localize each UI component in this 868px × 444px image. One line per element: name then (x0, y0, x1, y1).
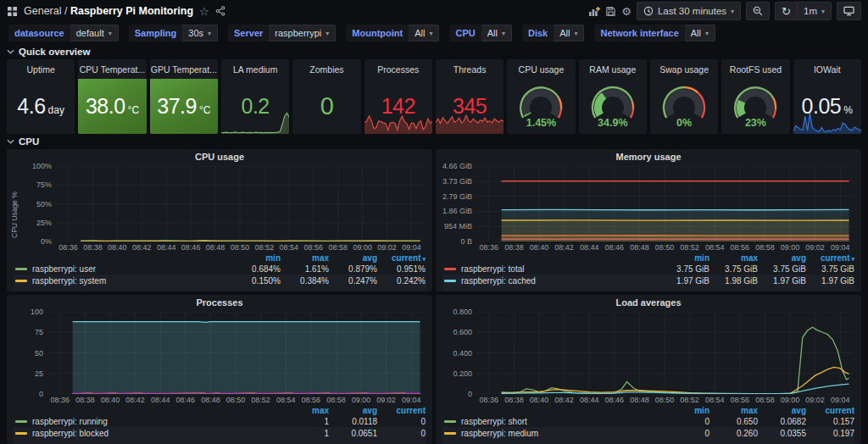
y-tick: 100% (32, 162, 52, 170)
legend-col-max[interactable]: max (709, 406, 758, 415)
legend-series-label[interactable]: raspberrypi: running (32, 417, 281, 426)
legend-col-avg[interactable]: avg (329, 253, 377, 263)
filter-label: Sampling (129, 25, 183, 42)
series-color-dash (444, 268, 456, 270)
legend-stat-value: 0 (377, 417, 426, 426)
plot-area[interactable] (476, 312, 853, 394)
filter-cpu[interactable]: CPU All▾ (449, 25, 511, 42)
star-icon[interactable]: ☆ (199, 6, 209, 17)
series-color-dash (444, 420, 456, 423)
filter-disk[interactable]: Disk All▾ (522, 25, 585, 42)
legend-row: raspberrypi: blocked10.06510 (14, 427, 426, 439)
legend-stat-value: 0.150% (232, 276, 281, 286)
filter-value-dropdown[interactable]: All▾ (685, 25, 715, 42)
filter-value-dropdown[interactable]: default▾ (70, 25, 119, 42)
legend-col-min[interactable]: min (661, 406, 709, 415)
dashboard-title[interactable]: Raspberry Pi Monitoring (70, 5, 193, 17)
legend-col-min[interactable]: min (232, 253, 281, 263)
filter-value-dropdown[interactable]: 30s▾ (182, 25, 218, 42)
x-tick: 08:38 (75, 396, 95, 404)
legend-series-label[interactable]: raspberrypi: blocked (32, 429, 281, 438)
zoom-out-button[interactable] (746, 2, 770, 20)
legend-col-avg[interactable]: avg (758, 253, 806, 263)
kiosk-mode-button[interactable] (837, 2, 861, 20)
stat-value: 0 (320, 92, 334, 120)
x-tick: 08:50 (231, 243, 250, 252)
stat-row: Uptime 4.6day CPU Temperat... 38.0°C GPU… (0, 59, 868, 134)
x-tick: 08:38 (504, 396, 524, 404)
legend-col-avg[interactable]: avg (758, 406, 806, 415)
filter-value-dropdown[interactable]: All▾ (409, 25, 439, 42)
legend-stat-value: 0.197 (806, 429, 854, 438)
legend-stat-value: 1.97 GiB (806, 276, 854, 286)
legend-col-current[interactable]: current (806, 406, 854, 415)
settings-gear-icon[interactable]: ⚙ (621, 6, 632, 17)
legend-stat-value: 0 (661, 429, 709, 438)
filter-sampling[interactable]: Sampling 30s▾ (129, 25, 218, 42)
filter-value-dropdown[interactable]: All▾ (481, 25, 512, 42)
legend-series-label[interactable]: raspberrypi: system (32, 276, 232, 286)
refresh-interval-label: 1m (804, 6, 817, 16)
breadcrumb[interactable]: General / Raspberry Pi Monitoring (24, 5, 193, 17)
x-tick: 08:46 (605, 243, 625, 252)
x-tick: 08:50 (655, 243, 675, 252)
filter-mountpoint[interactable]: Mountpoint All▾ (346, 25, 439, 42)
legend-series-label[interactable]: raspberrypi: user (32, 264, 232, 274)
x-tick: 08:40 (530, 396, 549, 404)
refresh-interval-picker[interactable]: 1m ▾ (797, 2, 832, 20)
filter-network-interface[interactable]: Network interface All▾ (594, 25, 715, 42)
y-tick: 0.800 (453, 308, 472, 316)
x-tick: 09:04 (402, 243, 421, 252)
legend-stat-value: 0.242% (377, 276, 426, 286)
legend-col-current[interactable]: current▾ (806, 253, 854, 263)
save-dashboard-icon[interactable] (605, 6, 616, 17)
legend-row-clipped (14, 286, 426, 291)
x-tick: 09:04 (831, 396, 850, 404)
legend-stat-value: 0.0355 (758, 429, 806, 438)
refresh-button[interactable]: ↻ (775, 2, 797, 20)
legend-col-current[interactable]: current▾ (377, 253, 426, 263)
legend-col-min[interactable]: min (661, 253, 709, 263)
x-axis: 08:3608:3808:4008:4208:4408:4608:4808:50… (56, 241, 424, 253)
legend: maxavgcurrentraspberrypi: running10.0118… (7, 405, 432, 444)
section-cpu[interactable]: CPU (0, 134, 868, 149)
legend-stat-value: 0 (377, 429, 426, 438)
legend-series-label[interactable]: raspberrypi: cached (461, 276, 661, 286)
stat-value: 4.6day (17, 94, 64, 119)
plot-area[interactable] (56, 166, 424, 241)
legend-col-max[interactable]: max (709, 253, 758, 263)
legend-stat-value: 0.247% (329, 276, 377, 286)
legend-col-avg[interactable]: avg (329, 406, 377, 415)
sort-caret-icon: ▾ (851, 256, 854, 262)
breadcrumb-section[interactable]: General (24, 5, 61, 17)
plot-area[interactable] (476, 166, 853, 241)
section-quick-overview[interactable]: Quick overview (0, 44, 868, 59)
legend-series-label[interactable]: raspberrypi: total (461, 264, 661, 274)
legend-series-label[interactable]: raspberrypi: medium (461, 429, 661, 438)
chevron-down-icon: ▾ (326, 30, 329, 37)
legend-col-max[interactable]: max (281, 406, 329, 415)
stat-panel-processes: Processes 142 (364, 59, 432, 134)
filter-value-dropdown[interactable]: raspberrypi▾ (269, 25, 336, 42)
legend-col-current[interactable]: current (377, 406, 426, 415)
x-tick: 08:40 (530, 243, 549, 252)
x-tick: 08:54 (280, 243, 299, 252)
filter-server[interactable]: Server raspberrypi▾ (228, 25, 336, 42)
legend-col-max[interactable]: max (281, 253, 329, 263)
plot-area[interactable] (47, 312, 424, 394)
x-tick: 08:44 (580, 243, 599, 252)
apps-grid-icon[interactable] (7, 6, 18, 17)
legend-series-label[interactable]: raspberrypi: short (461, 417, 661, 426)
filter-value-dropdown[interactable]: All▾ (554, 25, 584, 42)
x-tick: 08:54 (705, 243, 725, 252)
time-range-picker[interactable]: Last 30 minutes ▾ (637, 2, 741, 20)
legend-row-clipped (14, 439, 426, 444)
add-panel-icon[interactable] (588, 6, 600, 17)
share-icon[interactable] (215, 6, 225, 16)
chevron-down-icon (7, 139, 14, 144)
y-axis-label: CPU Usage % (10, 166, 19, 253)
legend-stat-value: 3.75 GiB (661, 264, 709, 274)
x-tick: 08:58 (755, 243, 775, 252)
filter-datasource[interactable]: datasource default▾ (8, 25, 119, 42)
stat-panel-cpu-usage-gauge: CPU usage 1.45% (507, 59, 575, 134)
